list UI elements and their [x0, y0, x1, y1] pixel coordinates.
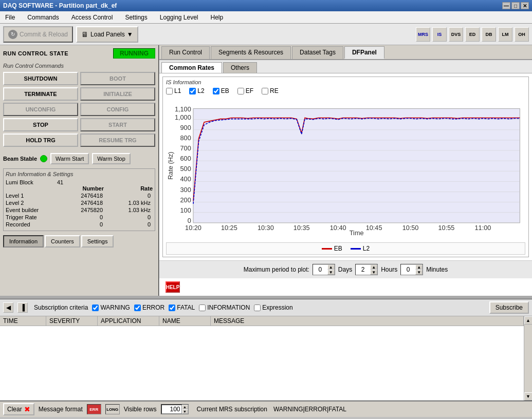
chart-area: Rate (Hz) 0 100 200 300 400 500 600 70 — [166, 97, 525, 240]
right-panel-content: Common Rates Others IS Information L1 — [159, 60, 532, 296]
scroll-up-btn[interactable]: ▲ — [524, 316, 533, 325]
close-button[interactable]: ✕ — [521, 2, 529, 9]
menu-help[interactable]: Help — [208, 13, 227, 22]
hours-input[interactable] — [356, 264, 370, 275]
warm-stop-button[interactable]: Warm Stop — [92, 153, 131, 164]
checkbox-re-input[interactable] — [262, 88, 268, 94]
dvs-icon-btn[interactable]: DVS — [449, 27, 463, 42]
tab-dfpanel[interactable]: DFPanel — [344, 46, 384, 59]
run-info-section: Run Information & Settings Lumi Block 41… — [3, 168, 155, 231]
tab-run-control[interactable]: Run Control — [161, 46, 210, 59]
oh-icon-btn[interactable]: OH — [515, 27, 529, 42]
checkbox-ef-input[interactable] — [237, 88, 244, 94]
menu-access-control[interactable]: Access Control — [68, 13, 116, 22]
rows-down-arrow[interactable]: ▼ — [182, 409, 188, 414]
log-checkbox-error[interactable]: ERROR — [134, 304, 164, 311]
clear-button[interactable]: Clear ✖ — [3, 403, 34, 415]
lm-icon-btn[interactable]: LM — [498, 27, 512, 42]
menu-commands[interactable]: Commands — [24, 13, 62, 22]
help-button[interactable]: HELP — [166, 281, 180, 293]
checkbox-ef[interactable]: EF — [237, 87, 253, 94]
maximize-button[interactable]: □ — [511, 2, 520, 9]
log-checkbox-expression[interactable]: Expression — [254, 304, 292, 311]
scroll-down-btn[interactable]: ▼ — [524, 392, 533, 401]
format-icon-short[interactable]: ERR — [87, 404, 101, 414]
log-warning-input[interactable] — [92, 304, 99, 311]
info-header-row: Number Rate — [6, 185, 153, 192]
checkbox-l1[interactable]: L1 — [166, 87, 181, 94]
svg-text:600: 600 — [180, 155, 191, 162]
col-severity: SEVERITY — [46, 316, 98, 326]
terminate-button[interactable]: TERMINATE — [3, 87, 78, 101]
tab-information[interactable]: Information — [3, 235, 44, 247]
log-checkbox-information[interactable]: INFORMATION — [199, 304, 250, 311]
days-input[interactable] — [313, 264, 327, 275]
running-badge: RUNNING — [113, 48, 155, 59]
tab-segments-resources[interactable]: Segments & Resources — [211, 46, 291, 59]
mrs-icon-btn[interactable]: MRS — [416, 27, 430, 42]
db-icon-btn[interactable]: DB — [482, 27, 496, 42]
shutdown-button[interactable]: SHUTDOWN — [3, 72, 78, 85]
visible-rows-label: Visible rows — [124, 406, 157, 413]
tab-dataset-tags[interactable]: Dataset Tags — [292, 46, 343, 59]
unconfig-button[interactable]: UNCONFIG — [3, 103, 78, 116]
log-fatal-input[interactable] — [169, 304, 175, 311]
minutes-input[interactable] — [401, 264, 415, 275]
visible-rows-input[interactable] — [161, 405, 182, 414]
log-checkbox-warning[interactable]: WARNING — [92, 304, 130, 311]
subscribe-button[interactable]: Subscribe — [489, 301, 529, 314]
log-icon-1[interactable]: ◀ — [3, 302, 13, 313]
checkbox-l2-input[interactable] — [189, 88, 196, 94]
menu-file[interactable]: File — [2, 13, 18, 22]
lumi-block-value: 41 — [57, 179, 63, 185]
ed-icon-btn[interactable]: ED — [465, 27, 480, 42]
rows-up-arrow[interactable]: ▲ — [182, 405, 188, 409]
checkbox-re[interactable]: RE — [262, 87, 279, 94]
log-expression-input[interactable] — [254, 304, 261, 311]
is-info-label: IS Information — [163, 77, 528, 85]
top-tabs: Run Control Segments & Resources Dataset… — [159, 45, 532, 60]
col-message: MESSAGE — [211, 316, 524, 326]
checkbox-l2[interactable]: L2 — [189, 87, 204, 94]
boot-button[interactable]: BOOT — [80, 72, 155, 85]
svg-text:10:20: 10:20 — [185, 224, 201, 232]
tab-settings[interactable]: Settings — [81, 235, 114, 247]
start-button[interactable]: START — [80, 118, 155, 131]
checkbox-eb-input[interactable] — [213, 88, 219, 94]
load-panels-button[interactable]: 🖥 Load Panels ▼ — [76, 26, 138, 43]
log-icon-2[interactable]: ▐ — [17, 302, 28, 313]
hours-up-arrow[interactable]: ▲ — [370, 264, 377, 270]
hours-down-arrow[interactable]: ▼ — [370, 270, 377, 275]
tab-counters[interactable]: Counters — [45, 235, 80, 247]
menu-settings[interactable]: Settings — [122, 13, 150, 22]
info-key-3: Trigger Rate — [6, 214, 57, 220]
hold-trg-button[interactable]: HOLD TRG — [3, 134, 78, 147]
checkbox-l1-input[interactable] — [166, 88, 173, 94]
log-information-input[interactable] — [199, 304, 206, 311]
tab-others[interactable]: Others — [223, 62, 257, 73]
log-error-input[interactable] — [134, 304, 141, 311]
days-up-arrow[interactable]: ▲ — [327, 264, 335, 270]
is-icon-btn[interactable]: IS — [432, 27, 447, 42]
window-title: DAQ SOFTWARE - Partition part_dk_ef — [3, 2, 117, 9]
legend-l2-label: L2 — [363, 245, 370, 252]
menu-logging-level[interactable]: Logging Level — [157, 13, 201, 22]
commit-reload-button[interactable]: ↻ Commit & Reload — [3, 26, 73, 43]
days-down-arrow[interactable]: ▼ — [327, 270, 335, 275]
config-button[interactable]: CONFIG — [80, 103, 155, 116]
checkbox-eb[interactable]: EB — [213, 87, 229, 94]
initialize-button[interactable]: INITIALIZE — [80, 87, 155, 101]
tab-common-rates[interactable]: Common Rates — [161, 62, 222, 73]
minimize-button[interactable]: — — [502, 2, 510, 9]
stop-button[interactable]: STOP — [3, 118, 78, 131]
minutes-label: Minutes — [426, 266, 448, 273]
minutes-up-arrow[interactable]: ▲ — [415, 264, 423, 270]
lumi-row: Lumi Block 41 — [6, 179, 153, 185]
log-checkbox-fatal[interactable]: FATAL — [169, 304, 195, 311]
format-icon-long[interactable]: LONG — [105, 404, 120, 414]
info-num-2: 2475820 — [57, 207, 105, 213]
warm-start-button[interactable]: Warm Start — [50, 153, 89, 164]
checkbox-l1-label: L1 — [174, 87, 181, 94]
resume-trg-button[interactable]: RESUME TRG — [80, 134, 155, 147]
minutes-down-arrow[interactable]: ▼ — [415, 270, 423, 275]
